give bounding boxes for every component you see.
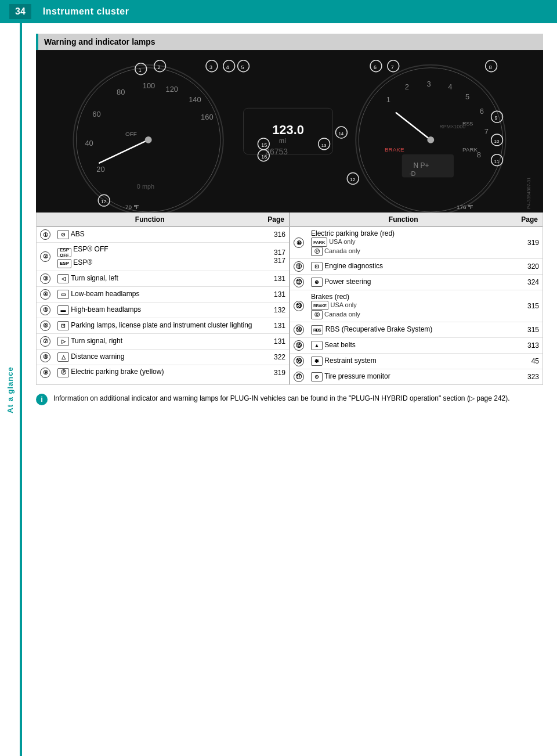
svg-text:mi: mi: [279, 137, 286, 144]
rbs-badge-icon: RBS: [311, 325, 323, 334]
svg-text:RPM×1000: RPM×1000: [439, 124, 465, 129]
svg-text:120: 120: [165, 85, 178, 93]
row-number: ④: [40, 289, 50, 300]
page-number-cell: 131: [263, 318, 289, 333]
svg-text:16: 16: [261, 154, 267, 160]
function-label: High-beam headlamps: [71, 305, 141, 314]
svg-text:5: 5: [241, 64, 244, 70]
svg-text:PARK: PARK: [462, 146, 478, 153]
row-number: ③: [40, 273, 50, 284]
left-table-page-header: Page: [263, 213, 289, 227]
tables-container: Function Page ① ⊙ ABS 316: [36, 213, 543, 385]
page-number: 34: [9, 4, 31, 19]
page-number-cell: 131: [263, 333, 289, 349]
svg-text:10: 10: [494, 139, 500, 144]
svg-text:RSS: RSS: [462, 121, 473, 127]
brake-canada-icon: ⓪: [311, 310, 323, 319]
svg-text:0 mph: 0 mph: [137, 183, 154, 190]
page-number-cell: 320: [516, 259, 542, 275]
function-label: Seat belts: [324, 341, 355, 349]
row-number: ⑧: [40, 352, 50, 362]
svg-text:P4-3354307-31: P4-3354307-31: [526, 177, 531, 209]
svg-text:13: 13: [321, 143, 327, 148]
svg-text:15: 15: [261, 142, 267, 148]
svg-text:12: 12: [350, 177, 355, 182]
function-label: ESP® OFF: [73, 245, 108, 253]
table-row: ⑬ Brakes (red) BRAKE USA only ⓪ Canada o…: [290, 290, 542, 322]
function-label: Electric parking brake (yellow): [71, 368, 164, 376]
row-number: ⑤: [40, 305, 50, 315]
svg-text:11: 11: [494, 159, 500, 164]
row-number: ⑰: [294, 372, 304, 382]
svg-text:7: 7: [484, 127, 489, 136]
table-row: ④ ▭ Low-beam headlamps 131: [37, 286, 289, 302]
svg-text:·D: ·D: [410, 170, 416, 177]
abs-icon: ⊙: [57, 230, 69, 239]
svg-text:14: 14: [338, 131, 343, 136]
svg-text:2: 2: [405, 82, 409, 91]
left-table-function-header: Function: [37, 213, 263, 227]
svg-text:6: 6: [374, 64, 377, 70]
svg-text:3: 3: [209, 64, 212, 70]
epb-yellow-icon: Ⓟ: [57, 368, 69, 377]
low-beam-icon: ▭: [57, 290, 69, 299]
row-number: ⑩: [294, 237, 304, 248]
power-steering-icon: ⊛: [311, 278, 323, 287]
page-number-cell: 131: [263, 286, 289, 302]
high-beam-icon: ▬: [57, 305, 69, 315]
svg-text:140: 140: [189, 95, 201, 104]
table-row: ② ESPOFF ESP® OFF ESP ESP® 317317: [37, 243, 289, 271]
turn-right-icon: ▷: [57, 337, 69, 346]
page-number-cell: 45: [516, 354, 542, 369]
function-label: Electric parking brake (red): [311, 229, 395, 237]
svg-text:1: 1: [139, 67, 142, 73]
page-number-cell: 315: [516, 322, 542, 338]
table-row: ⑪ ⊡ Engine diagnostics 320: [290, 259, 542, 275]
table-row: ⑮ ▲ Seat belts 313: [290, 338, 542, 354]
page-number-cell: 319: [516, 227, 542, 259]
epb-canada-icon: Ⓟ: [311, 247, 323, 256]
svg-text:123.0: 123.0: [272, 123, 304, 137]
svg-text:176 ℉: 176 ℉: [457, 204, 473, 210]
page-number-cell: 324: [516, 275, 542, 290]
table-row: ⑩ Electric parking brake (red) PARK USA …: [290, 227, 542, 259]
svg-text:26753: 26753: [265, 147, 288, 156]
row-number: ⑫: [294, 277, 304, 287]
table-row: ⑨ Ⓟ Electric parking brake (yellow) 319: [37, 365, 289, 380]
svg-text:5: 5: [465, 92, 469, 101]
svg-text:17: 17: [101, 199, 106, 204]
function-label: RBS (Recuperative Brake System): [325, 325, 433, 333]
table-row: ⑰ ⊙ Tire pressure monitor 323: [290, 369, 542, 385]
function-label: Low-beam headlamps: [71, 290, 139, 298]
page-number-cell: 131: [263, 271, 289, 286]
function-label: ABS: [71, 230, 85, 238]
brake-badge-icon: BRAKE: [311, 301, 328, 310]
page-number-cell: 317317: [263, 243, 289, 271]
park-badge-icon: PARK: [311, 237, 327, 247]
table-row: ⑧ △ Distance warning 322: [37, 349, 289, 365]
function-label: Restraint system: [324, 357, 376, 365]
table-row: ③ ◁ Turn signal, left 131: [37, 271, 289, 286]
page-number-cell: 132: [263, 302, 289, 318]
main-content: Warning and indicator lamps 20 40 60 80 …: [22, 23, 557, 756]
function-label-2: ESP®: [73, 258, 92, 267]
row-number: ⑯: [294, 356, 304, 366]
info-icon: i: [36, 394, 48, 405]
left-sidebar: At a glance: [0, 23, 22, 756]
row-number: ⑦: [40, 336, 50, 347]
svg-text:8: 8: [489, 64, 492, 70]
esp-off-icon: ESPOFF: [57, 248, 71, 257]
svg-text:2: 2: [158, 64, 161, 70]
page-number-cell: 323: [516, 369, 542, 385]
svg-point-30: [427, 136, 434, 143]
row-number: ②: [40, 251, 50, 262]
restraint-icon: ✱: [311, 357, 323, 366]
svg-text:3: 3: [426, 80, 431, 88]
distance-warning-icon: △: [57, 352, 69, 362]
turn-left-icon: ◁: [57, 274, 69, 283]
sidebar-label: At a glance: [6, 366, 15, 413]
left-table: Function Page ① ⊙ ABS 316: [37, 213, 290, 384]
page-number-cell: 313: [516, 338, 542, 354]
function-label: Tire pressure monitor: [324, 372, 390, 380]
row-number: ⑥: [40, 321, 50, 331]
